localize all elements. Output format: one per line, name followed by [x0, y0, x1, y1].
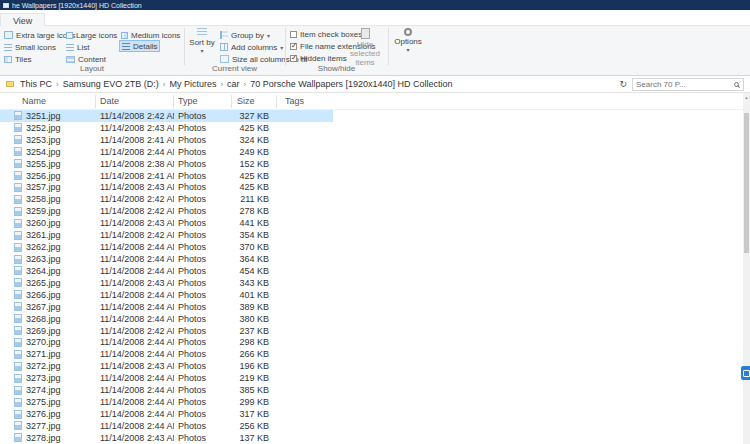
options-button[interactable]: Options ▾: [393, 28, 423, 54]
current-view-group-label: Current view: [184, 64, 285, 73]
image-file-icon: [14, 398, 22, 407]
table-row[interactable]: 3259.jpg 11/14/2008 2:42 AM Photos 278 K…: [0, 205, 333, 217]
search-box[interactable]: [632, 78, 744, 91]
table-row[interactable]: 3276.jpg 11/14/2008 2:44 AM Photos 317 K…: [0, 408, 333, 420]
file-date: 11/14/2008 2:43 AM: [96, 123, 174, 133]
table-row[interactable]: 3263.jpg 11/14/2008 2:44 AM Photos 364 K…: [0, 253, 333, 265]
large-icons-button[interactable]: Large icons: [64, 29, 119, 41]
address-bar: This PC›Samsung EVO 2TB (D:)›My Pictures…: [0, 76, 750, 93]
options-label: Options: [394, 37, 422, 46]
breadcrumb-item[interactable]: 70 Porsche Wallpapers [1920x1440] HD Col…: [248, 79, 454, 89]
table-row[interactable]: 3258.jpg 11/14/2008 2:42 AM Photos 211 K…: [0, 193, 333, 205]
large-icons-label: Large icons: [76, 31, 117, 40]
table-row[interactable]: 3273.jpg 11/14/2008 2:44 AM Photos 219 K…: [0, 372, 333, 384]
breadcrumb-item[interactable]: Samsung EVO 2TB (D:): [61, 79, 161, 89]
file-date: 11/14/2008 2:43 AM: [96, 278, 174, 288]
table-row[interactable]: 3274.jpg 11/14/2008 2:44 AM Photos 385 K…: [0, 384, 333, 396]
table-row[interactable]: 3261.jpg 11/14/2008 2:42 AM Photos 354 K…: [0, 229, 333, 241]
table-row[interactable]: 3269.jpg 11/14/2008 2:42 AM Photos 237 K…: [0, 325, 333, 337]
chevron-right-icon: ›: [218, 80, 225, 89]
image-file-icon: [14, 135, 22, 144]
file-size: 256 KB: [232, 421, 277, 431]
add-columns-button[interactable]: Add columns ▾: [218, 41, 285, 53]
table-row[interactable]: 3266.jpg 11/14/2008 2:44 AM Photos 401 K…: [0, 289, 333, 301]
file-date: 11/14/2008 2:44 AM: [96, 373, 174, 383]
table-row[interactable]: 3257.jpg 11/14/2008 2:43 AM Photos 425 K…: [0, 182, 333, 194]
file-name: 3251.jpg: [26, 111, 61, 121]
ribbon: Extra large icons Small icons Tiles Larg…: [0, 26, 750, 76]
table-row[interactable]: 3270.jpg 11/14/2008 2:44 AM Photos 298 K…: [0, 337, 333, 349]
file-size: 278 KB: [232, 206, 277, 216]
file-type: Photos: [174, 314, 232, 324]
search-input[interactable]: [633, 80, 734, 89]
file-type: Photos: [174, 409, 232, 419]
file-size: 298 KB: [232, 337, 277, 347]
table-row[interactable]: 3267.jpg 11/14/2008 2:44 AM Photos 389 K…: [0, 301, 333, 313]
sort-by-button[interactable]: Sort by ▾: [189, 28, 215, 55]
medium-icons-icon: [121, 32, 128, 39]
gear-icon: [404, 28, 412, 36]
table-row[interactable]: 3271.jpg 11/14/2008 2:44 AM Photos 266 K…: [0, 348, 333, 360]
table-row[interactable]: 3253.jpg 11/14/2008 2:41 AM Photos 324 K…: [0, 134, 333, 146]
file-name: 3257.jpg: [26, 182, 61, 192]
breadcrumb-item[interactable]: My Pictures: [167, 79, 218, 89]
scroll-up-icon[interactable]: ▲: [743, 93, 750, 102]
table-row[interactable]: 3254.jpg 11/14/2008 2:44 AM Photos 249 K…: [0, 146, 333, 158]
table-row[interactable]: 3275.jpg 11/14/2008 2:44 AM Photos 299 K…: [0, 396, 333, 408]
file-date: 11/14/2008 2:44 AM: [96, 266, 174, 276]
file-type: Photos: [174, 206, 232, 216]
table-row[interactable]: 3256.jpg 11/14/2008 2:41 AM Photos 425 K…: [0, 170, 333, 182]
file-name: 3253.jpg: [26, 135, 61, 145]
hide-selected-items-button[interactable]: Hide selected items: [346, 28, 384, 68]
layout-group-label: Layout: [0, 64, 184, 73]
column-header-name[interactable]: Name: [14, 95, 96, 108]
small-icons-button[interactable]: Small icons: [2, 41, 58, 53]
file-name: 3254.jpg: [26, 147, 61, 157]
file-date: 11/14/2008 2:42 AM: [96, 206, 174, 216]
image-file-icon: [14, 421, 22, 430]
file-size: 425 KB: [232, 182, 277, 192]
ribbon-tab-bar: View: [0, 10, 750, 26]
refresh-icon[interactable]: ↻: [614, 79, 632, 89]
table-row[interactable]: 3268.jpg 11/14/2008 2:44 AM Photos 380 K…: [0, 313, 333, 325]
image-file-icon: [14, 374, 22, 383]
details-label: Details: [133, 42, 157, 51]
window-icon: [3, 3, 9, 8]
vertical-scrollbar[interactable]: ▲: [743, 93, 750, 444]
file-name: 3277.jpg: [26, 421, 61, 431]
table-row[interactable]: 3272.jpg 11/14/2008 2:43 AM Photos 196 K…: [0, 360, 333, 372]
column-header-date[interactable]: Date: [96, 95, 174, 108]
breadcrumb: This PC›Samsung EVO 2TB (D:)›My Pictures…: [18, 79, 614, 89]
file-date: 11/14/2008 2:43 AM: [96, 361, 174, 371]
table-row[interactable]: 3265.jpg 11/14/2008 2:43 AM Photos 343 K…: [0, 277, 333, 289]
scrollbar-thumb[interactable]: [744, 113, 749, 253]
list-button[interactable]: List: [64, 41, 91, 53]
breadcrumb-item[interactable]: This PC: [18, 79, 54, 89]
tiles-label: Tiles: [15, 55, 32, 64]
breadcrumb-item[interactable]: car: [225, 79, 242, 89]
column-header-size[interactable]: Size: [232, 95, 277, 108]
table-row[interactable]: 3278.jpg 11/14/2008 2:43 AM Photos 137 K…: [0, 432, 333, 444]
table-row[interactable]: 3262.jpg 11/14/2008 2:44 AM Photos 370 K…: [0, 241, 333, 253]
details-button[interactable]: Details: [119, 40, 160, 52]
notification-badge[interactable]: [741, 366, 750, 380]
search-icon: [734, 82, 739, 87]
table-row[interactable]: 3277.jpg 11/14/2008 2:44 AM Photos 256 K…: [0, 420, 333, 432]
image-file-icon: [14, 243, 22, 252]
column-header-tags[interactable]: Tags: [277, 95, 332, 108]
table-row[interactable]: 3260.jpg 11/14/2008 2:43 AM Photos 441 K…: [0, 217, 333, 229]
table-row[interactable]: 3255.jpg 11/14/2008 2:38 AM Photos 152 K…: [0, 158, 333, 170]
column-header-type[interactable]: Type: [174, 95, 232, 108]
table-row[interactable]: 3251.jpg 11/14/2008 2:42 AM Photos 327 K…: [0, 110, 333, 122]
table-row[interactable]: 3264.jpg 11/14/2008 2:44 AM Photos 454 K…: [0, 265, 333, 277]
content-icon: [66, 56, 75, 63]
file-size: 266 KB: [232, 349, 277, 359]
file-type: Photos: [174, 171, 232, 181]
group-by-button[interactable]: Group by ▾: [218, 29, 272, 41]
file-name: 3260.jpg: [26, 218, 61, 228]
chevron-down-icon: ▾: [406, 47, 409, 54]
table-row[interactable]: 3252.jpg 11/14/2008 2:43 AM Photos 425 K…: [0, 122, 333, 134]
file-size: 249 KB: [232, 147, 277, 157]
extra-large-icons-icon: [4, 31, 13, 39]
hidden-items-checkbox[interactable]: Hidden items: [290, 53, 347, 63]
